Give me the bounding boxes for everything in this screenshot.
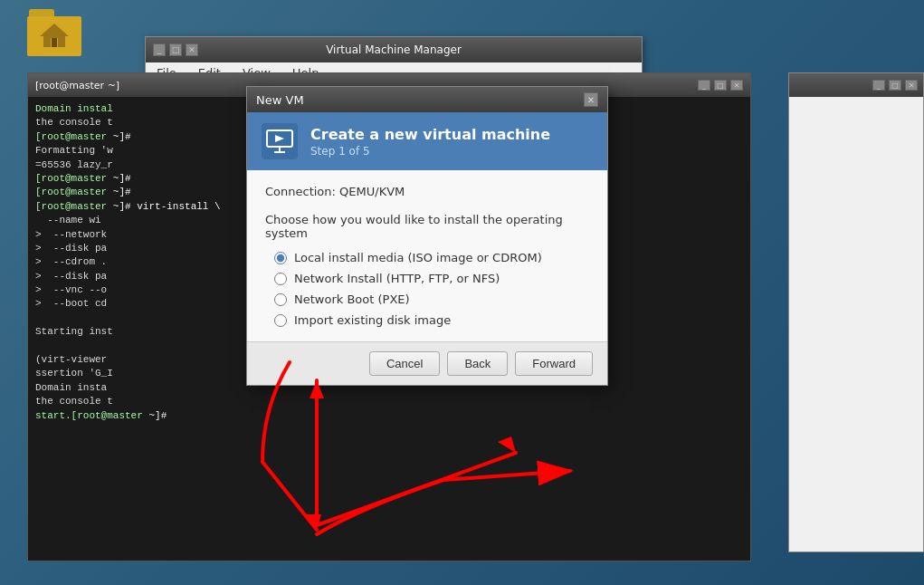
radio-local-install[interactable] [274,252,287,264]
option-import-disk-label: Import existing disk image [294,313,451,327]
cancel-button[interactable]: Cancel [369,351,440,376]
option-network-install[interactable]: Network Install (HTTP, FTP, or NFS) [274,272,589,285]
option-network-install-label: Network Install (HTTP, FTP, or NFS) [294,272,500,285]
connection-label: Connection: [265,185,336,198]
option-local-install[interactable]: Local install media (ISO image or CDROM) [274,251,589,264]
option-import-disk[interactable]: Import existing disk image [274,313,589,327]
modal-close-btn[interactable]: ✕ [584,92,598,107]
modal-header: Create a new virtual machine Step 1 of 5 [247,112,607,170]
radio-import-disk[interactable] [274,314,287,327]
modal-body: Connection: QEMU/KVM Choose how you woul… [247,170,607,341]
modal-dialog: New VM ✕ Create a n [246,86,608,386]
radio-network-boot[interactable] [274,293,287,306]
connection-value: QEMU/KVM [339,185,405,198]
modal-title: New VM [256,93,304,107]
forward-button[interactable]: Forward [515,351,593,376]
connection-row: Connection: QEMU/KVM [265,185,589,198]
option-network-boot[interactable]: Network Boot (PXE) [274,292,589,306]
option-local-install-label: Local install media (ISO image or CDROM) [294,251,542,264]
modal-header-title: Create a new virtual machine [310,126,550,143]
install-question: Choose how you would like to install the… [265,213,589,240]
option-network-boot-label: Network Boot (PXE) [294,292,410,306]
modal-titlebar: New VM ✕ [247,87,607,112]
modal-header-icon [262,123,298,159]
modal-header-text: Create a new virtual machine Step 1 of 5 [310,126,550,158]
modal-overlay: New VM ✕ Create a n [0,0,924,585]
modal-footer: Cancel Back Forward [247,341,607,385]
desktop: _ □ ✕ [root@master ~] _ □ ✕ Domain insta… [0,0,924,585]
svg-marker-12 [275,135,284,142]
radio-network-install[interactable] [274,273,287,285]
modal-header-subtitle: Step 1 of 5 [310,145,550,158]
install-options-group: Local install media (ISO image or CDROM)… [274,251,589,327]
back-button[interactable]: Back [447,351,508,376]
